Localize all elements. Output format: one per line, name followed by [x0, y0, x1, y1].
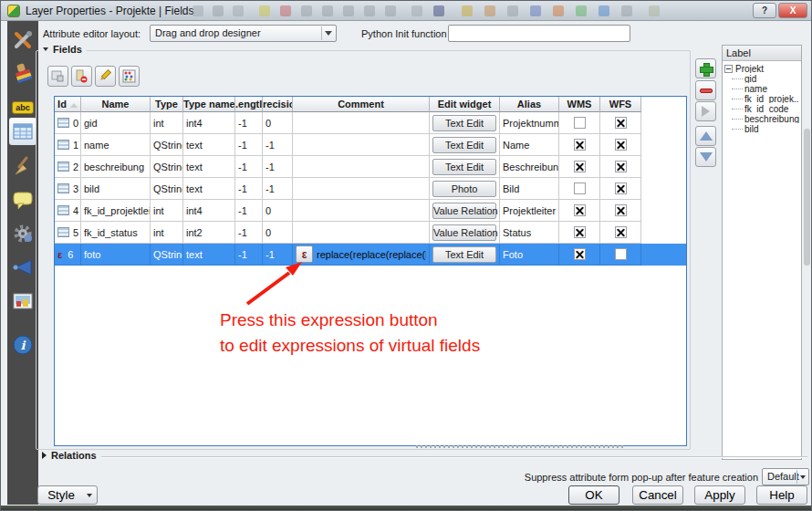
column-header-id[interactable]: Id	[55, 97, 81, 112]
tree-item-fk-id-code[interactable]: fk_id_code	[724, 104, 799, 113]
fields-group-title[interactable]: Fields	[38, 44, 87, 55]
wms-checkbox[interactable]	[574, 226, 586, 238]
edit-widget-button[interactable]: Value Relation	[432, 224, 496, 241]
column-header-length[interactable]: .engtl	[235, 97, 263, 112]
column-header-type-name[interactable]: Type name	[183, 97, 235, 112]
column-header-precision[interactable]: recisio	[263, 97, 293, 112]
ok-button[interactable]: OK	[568, 485, 619, 505]
ghost-toolbar-icon	[411, 5, 422, 16]
tree-item-name[interactable]: name	[724, 84, 799, 93]
ghost-toolbar-icon	[433, 5, 444, 16]
sidebar-item-actions[interactable]	[9, 220, 36, 247]
edit-widget-button[interactable]: Text Edit	[432, 115, 496, 131]
tree-item-beschreibung[interactable]: beschreibung	[724, 114, 799, 123]
collapse-expander-icon[interactable]	[724, 65, 733, 73]
sidebar-item-fields[interactable]	[9, 118, 36, 145]
attribute-table-icon	[12, 120, 34, 142]
wms-checkbox[interactable]	[574, 248, 586, 260]
wms-checkbox[interactable]	[574, 204, 586, 216]
sidebar-item-diagrams[interactable]	[9, 287, 36, 315]
tree-item-fk-id-projek[interactable]: fk_id_projek...	[724, 94, 799, 103]
apply-button[interactable]: Apply	[694, 485, 745, 505]
table-row-name[interactable]: 1 name QString text -1 -1 Text Edit Name	[55, 134, 686, 156]
relations-group-title[interactable]: Relations	[37, 450, 101, 461]
move-up-button[interactable]	[695, 126, 716, 146]
table-row-beschreibung[interactable]: 2 beschreibung QString text -1 -1 Text E…	[55, 156, 686, 178]
expression-text: replace(replace(replace(bild,'\\,	[317, 249, 426, 260]
annotation-arrow	[236, 260, 309, 309]
column-header-wms[interactable]: WMS	[559, 97, 600, 112]
field-calculator-button[interactable]	[119, 66, 140, 87]
remove-item-button[interactable]	[695, 80, 716, 100]
tree-root-projekt[interactable]: Projekt	[724, 64, 799, 73]
wms-checkbox[interactable]	[574, 117, 586, 129]
wfs-checkbox[interactable]	[615, 226, 627, 238]
apply-layout-button[interactable]	[695, 101, 716, 121]
wfs-checkbox[interactable]	[615, 117, 627, 129]
table-row-fk-id-projektleiter[interactable]: 4 fk_id_projektleiter int int4 -1 0 Valu…	[55, 200, 686, 222]
ghost-toolbar-icon	[193, 5, 203, 16]
attribute-editor-layout-select[interactable]: Drag and drop designer	[150, 25, 337, 42]
window-help-button[interactable]: ?	[753, 3, 776, 18]
wfs-checkbox[interactable]	[615, 182, 627, 194]
table-row-bild[interactable]: 3 bild QString text -1 -1 Photo Bild	[55, 178, 686, 200]
sidebar-item-general[interactable]	[9, 26, 36, 54]
suppress-popup-select[interactable]: Default	[762, 468, 809, 485]
column-header-alias[interactable]: Alias	[500, 97, 559, 112]
sidebar-item-display[interactable]	[9, 152, 36, 180]
table-row-foto-selected[interactable]: ε6 foto QString text -1 -1 ε replace(rep…	[55, 244, 686, 266]
field-icon	[57, 118, 69, 128]
minus-icon	[700, 89, 713, 93]
edit-widget-button[interactable]: Photo	[432, 181, 496, 197]
new-column-button[interactable]	[47, 66, 68, 87]
sidebar-item-metadata[interactable]: i	[9, 331, 36, 359]
gear-icon	[12, 223, 34, 245]
wfs-checkbox[interactable]	[615, 139, 627, 151]
table-row-gid[interactable]: 0 gid int int4 -1 0 Text Edit Projektnum…	[55, 112, 686, 134]
tree-item-gid[interactable]: gid	[724, 74, 799, 83]
toggle-editing-button[interactable]	[95, 66, 116, 87]
ghost-toolbar-icon	[343, 5, 354, 16]
python-init-input[interactable]	[448, 25, 630, 42]
titlebar[interactable]: Layer Properties - Projekte | Fields ? X	[1, 1, 811, 21]
wms-checkbox[interactable]	[574, 182, 586, 194]
form-layout-tree[interactable]: Projekt gid name fk_id_projek... fk_id_c…	[723, 61, 801, 137]
edit-widget-button[interactable]: Text Edit	[432, 246, 496, 263]
ghost-toolbar-icon	[213, 5, 224, 16]
sidebar-item-map-tips[interactable]	[9, 186, 36, 214]
delete-column-button[interactable]	[71, 66, 92, 87]
ghost-toolbar-icon	[259, 5, 270, 16]
style-menu-button[interactable]: Style	[37, 485, 98, 505]
edit-widget-button[interactable]: Text Edit	[432, 159, 496, 175]
table-row-fk-id-status[interactable]: 5 fk_id_status int int2 -1 0 Value Relat…	[55, 222, 686, 244]
edit-widget-button[interactable]: Text Edit	[432, 137, 496, 153]
help-button[interactable]: Help	[756, 485, 807, 505]
wfs-checkbox[interactable]	[615, 204, 627, 216]
pencil-icon	[99, 69, 112, 83]
wms-checkbox[interactable]	[574, 161, 586, 172]
window-close-button[interactable]: X	[778, 3, 807, 18]
cancel-button[interactable]: Cancel	[632, 485, 683, 505]
scrollbar-thumb[interactable]	[804, 129, 810, 266]
sidebar-item-style[interactable]	[9, 59, 36, 87]
paintbrush-icon	[12, 62, 34, 84]
column-header-type[interactable]: Type	[151, 97, 183, 112]
field-icon	[57, 162, 69, 172]
splitter-handle[interactable]	[416, 445, 626, 448]
sidebar-item-joins[interactable]	[9, 254, 36, 281]
wfs-checkbox[interactable]	[615, 248, 627, 260]
column-header-edit-widget[interactable]: Edit widget	[430, 97, 500, 112]
column-header-comment[interactable]: Comment	[293, 97, 430, 112]
field-icon	[57, 140, 69, 150]
wms-checkbox[interactable]	[574, 139, 586, 151]
column-header-wfs[interactable]: WFS	[600, 97, 641, 112]
add-item-button[interactable]	[695, 58, 716, 78]
window-bottom-border	[1, 506, 812, 511]
relations-divider	[101, 456, 807, 458]
ghost-toolbar-icon	[599, 5, 609, 16]
wfs-checkbox[interactable]	[615, 161, 627, 172]
column-header-name[interactable]: Name	[81, 97, 151, 112]
edit-widget-button[interactable]: Value Relation	[432, 203, 496, 219]
tree-item-bild[interactable]: bild	[724, 124, 799, 133]
move-down-button[interactable]	[695, 147, 716, 167]
